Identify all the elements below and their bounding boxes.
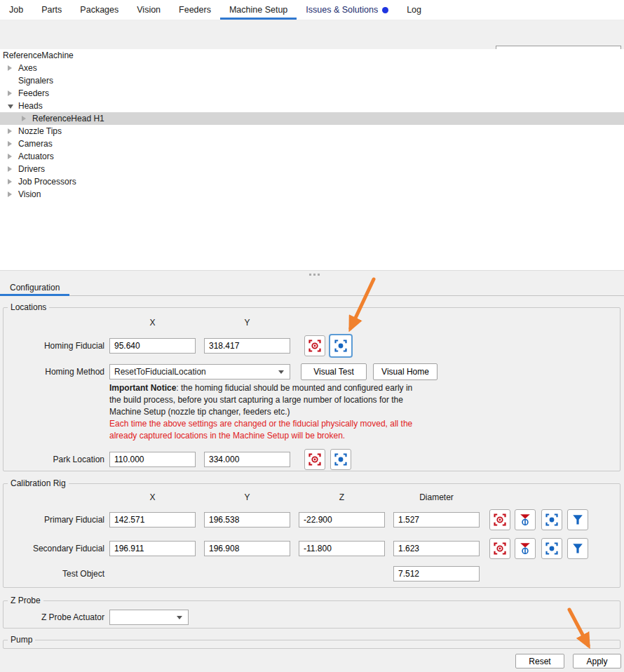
homing-fiducial-y-field[interactable] [204,338,290,354]
chevron-right-icon[interactable] [8,191,12,197]
position-tool-icon [571,513,584,526]
splitter-handle[interactable] [0,271,624,279]
column-header-z: Z [299,492,385,502]
tree-item-cameras[interactable]: Cameras [0,137,624,150]
tree-item-drivers[interactable]: Drivers [0,163,624,175]
homing-fiducial-x-field[interactable] [109,338,196,354]
tree-item-signalers[interactable]: Signalers [0,74,624,87]
park-location-x-field[interactable] [109,452,196,467]
tab-job[interactable]: Job [0,0,32,20]
machine-tree: ReferenceMachine Axes Signalers Feeders … [0,49,624,271]
tree-item-actuators[interactable]: Actuators [0,150,624,163]
position-camera-icon [334,453,347,466]
tab-parts[interactable]: Parts [32,0,71,20]
homing-method-select[interactable]: ResetToFiducialLocation [109,364,290,379]
secondary-fiducial-y-field[interactable] [204,541,290,556]
chevron-right-icon[interactable] [8,128,12,134]
column-header-x: X [109,492,196,502]
notification-dot-icon [382,7,388,13]
position-camera-icon [334,340,347,352]
tree-item-heads[interactable]: Heads [0,100,624,112]
capture-camera-location-button[interactable] [304,335,325,356]
test-object-diameter-field[interactable] [393,566,480,582]
tree-item-axes[interactable]: Axes [0,62,624,74]
capture-tool-z-icon [519,513,531,526]
tab-vision[interactable]: Vision [128,0,170,20]
capture-camera-location-button[interactable] [489,538,510,559]
column-header-x: X [109,318,196,328]
chevron-right-icon[interactable] [22,116,26,121]
capture-tool-z-button[interactable] [515,538,536,559]
tree-item-vision[interactable]: Vision [0,188,624,201]
chevron-right-icon[interactable] [8,179,12,184]
visual-test-button[interactable]: Visual Test [301,363,367,380]
position-tool-button[interactable] [567,538,588,559]
chevron-right-icon[interactable] [8,65,12,71]
chevron-right-icon[interactable] [8,90,12,96]
tree-item-referencemachine[interactable]: ReferenceMachine [0,49,624,62]
secondary-fiducial-x-field[interactable] [109,541,196,556]
primary-fiducial-x-field[interactable] [109,512,196,527]
capture-camera-location-icon [308,340,321,352]
tree-item-referencehead-h1[interactable]: ReferenceHead H1 [0,112,624,125]
calibration-rig-group: Calibration Rig X Y Z Diameter Primary F… [3,483,620,588]
capture-tool-z-icon [519,542,531,555]
locations-group: Locations X Y Homing Fiducial Homing Met… [3,307,620,471]
column-header-y: Y [204,318,290,328]
secondary-fiducial-diameter-field[interactable] [393,541,480,556]
position-camera-button[interactable] [541,538,562,559]
calibration-rig-group-title: Calibration Rig [8,478,69,488]
capture-camera-location-button[interactable] [489,509,510,530]
tab-machine-setup[interactable]: Machine Setup [220,0,297,20]
tab-log[interactable]: Log [398,0,430,20]
tab-feeders[interactable]: Feeders [170,0,220,20]
tab-configuration[interactable]: Configuration [0,279,69,296]
chevron-down-icon [278,370,284,374]
secondary-fiducial-z-field[interactable] [299,541,385,556]
primary-fiducial-diameter-field[interactable] [393,512,480,527]
position-camera-button[interactable] [330,449,351,470]
capture-camera-location-icon [308,453,321,466]
chevron-right-icon[interactable] [8,166,12,172]
chevron-down-icon[interactable] [8,105,13,109]
capture-tool-z-button[interactable] [515,509,536,530]
position-camera-icon [545,513,558,526]
column-header-diameter: Diameter [393,492,480,502]
reset-button[interactable]: Reset [515,654,564,668]
position-tool-icon [571,542,584,555]
primary-fiducial-y-field[interactable] [204,512,290,527]
position-camera-icon [545,542,558,555]
primary-fiducial-z-field[interactable] [299,512,385,527]
position-camera-button[interactable] [329,334,353,358]
tree-item-job-processors[interactable]: Job Processors [0,175,624,188]
apply-button[interactable]: Apply [573,654,621,668]
splitter-grip-icon [309,274,320,276]
tab-packages[interactable]: Packages [71,0,128,20]
tab-issues-solutions[interactable]: Issues & Solutions [297,0,398,20]
homing-notice: Important Notice: the homing fiducial sh… [109,382,422,442]
homing-method-label: Homing Method [4,364,104,379]
panel-tab-bar: Configuration [0,279,624,296]
homing-notice-bold: Important Notice [109,383,176,393]
search-toolbar: Expand Search [0,20,624,49]
homing-fiducial-label: Homing Fiducial [4,338,104,354]
z-probe-group-title: Z Probe [8,596,43,605]
park-location-y-field[interactable] [204,452,290,467]
chevron-right-icon[interactable] [8,141,12,147]
homing-warning-text: Each time the above settings are changed… [109,418,422,442]
locations-group-title: Locations [8,302,49,312]
position-camera-button[interactable] [541,509,562,530]
capture-camera-location-button[interactable] [304,449,325,470]
column-header-y: Y [204,492,290,502]
secondary-fiducial-label: Secondary Fiducial [4,541,104,556]
position-tool-button[interactable] [567,509,588,530]
visual-home-button[interactable]: Visual Home [373,363,438,380]
chevron-right-icon[interactable] [8,154,12,159]
tree-item-nozzle-tips[interactable]: Nozzle Tips [0,125,624,137]
primary-fiducial-label: Primary Fiducial [4,512,104,527]
tree-item-feeders[interactable]: Feeders [0,87,624,100]
pump-group-title: Pump [8,635,35,645]
z-probe-group: Z Probe Z Probe Actuator [3,600,620,629]
z-probe-actuator-select[interactable] [109,610,189,625]
capture-camera-location-icon [494,513,506,526]
